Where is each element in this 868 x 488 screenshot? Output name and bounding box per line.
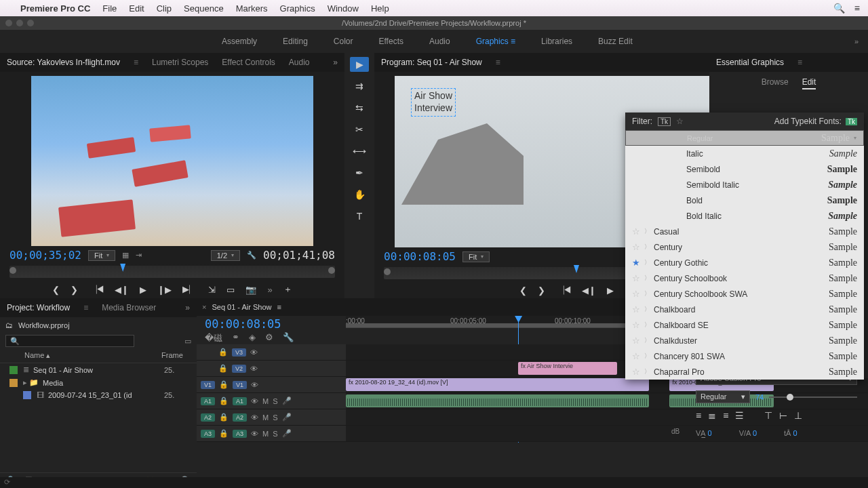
eg-tab-browse[interactable]: Browse (762, 77, 789, 89)
menu-window[interactable]: Window (328, 3, 359, 14)
track-header-V3[interactable]: 🔒V3👁 (197, 344, 346, 361)
vr-icon[interactable]: ⇥ (136, 251, 142, 260)
mark-in-icon[interactable]: ❮ (519, 285, 527, 296)
align-right-icon[interactable]: ≡ (723, 410, 728, 421)
hamburger-icon[interactable]: ≡ (797, 58, 802, 67)
font-family-option[interactable]: ☆〉CenturySample (625, 239, 864, 255)
workspace-tab-color[interactable]: Color (334, 37, 353, 46)
filter-icon[interactable]: ▭ (184, 337, 191, 346)
align-middle-icon[interactable]: ⊢ (779, 410, 787, 421)
source-zoom-select[interactable]: 1/2 (211, 250, 240, 261)
hamburger-icon[interactable]: ≡ (277, 303, 281, 311)
play-icon[interactable]: ▶ (140, 285, 146, 295)
wrench-icon[interactable]: 🔧 (247, 251, 256, 260)
track-header-V1[interactable]: V1🔒V1👁 (197, 377, 346, 393)
hamburger-icon[interactable]: ≡ (134, 58, 138, 67)
font-style-option[interactable]: BoldSample (625, 192, 864, 208)
snap-icon[interactable]: �磁 (205, 332, 222, 344)
baseline-icon[interactable]: tÂ 0 (784, 429, 797, 438)
menu-sequence[interactable]: Sequence (184, 3, 224, 14)
ripple-tool-icon[interactable]: ⇆ (350, 100, 369, 115)
typekit-filter-icon[interactable]: Tk (658, 117, 671, 126)
col-name[interactable]: Name ▴ (24, 351, 161, 360)
col-frame[interactable]: Frame (161, 351, 191, 360)
tab-media-browser[interactable]: Media Browser (102, 303, 156, 312)
track-header-A3[interactable]: A3🔒A3👁MS🎤 (197, 426, 346, 442)
workspace-tab-editing[interactable]: Editing (283, 37, 308, 46)
font-family-option[interactable]: ☆〉Chaparral ProSample (625, 364, 864, 380)
slip-tool-icon[interactable]: ⟷ (350, 144, 369, 159)
menu-edit[interactable]: Edit (129, 3, 144, 14)
go-in-icon[interactable]: ⎹◀ (556, 285, 571, 296)
workspace-tab-assembly[interactable]: Assembly (222, 37, 257, 46)
kerning-icon[interactable]: V/A 0 (739, 429, 757, 438)
selection-tool-icon[interactable]: ▶ (350, 57, 369, 72)
mark-in-icon[interactable]: ❮ (52, 285, 60, 295)
workspace-tab-effects[interactable]: Effects (379, 37, 403, 46)
timeline-title[interactable]: Seq 01 - Air Show (212, 303, 271, 311)
go-out-icon[interactable]: ▶⎸ (182, 284, 197, 295)
workspace-tab-buzz edit[interactable]: Buzz Edit (598, 37, 633, 46)
hand-tool-icon[interactable]: ✋ (350, 187, 369, 202)
align-left-icon[interactable]: ≡ (696, 410, 701, 421)
safe-margins-icon[interactable]: ▦ (122, 251, 129, 260)
add-button-icon[interactable]: ＋ (283, 283, 292, 296)
hamburger-icon[interactable]: ≡ (83, 303, 88, 312)
menu-file[interactable]: File (102, 3, 117, 14)
source-scrubber[interactable] (9, 266, 335, 278)
menu-help[interactable]: Help (371, 3, 389, 14)
program-fit-select[interactable]: Fit (462, 251, 490, 262)
step-back-icon[interactable]: ◀❙ (115, 285, 129, 295)
clip[interactable] (346, 394, 649, 407)
typekit-add-icon[interactable]: Tk (846, 118, 857, 125)
hamburger-icon[interactable]: ≡ (496, 58, 500, 67)
project-row[interactable]: ≣Seq 01 - Air Show25. (0, 363, 197, 376)
align-justify-icon[interactable]: ☰ (735, 410, 744, 421)
razor-tool-icon[interactable]: ✂ (350, 122, 369, 137)
font-style-option[interactable]: SemiboldSample (625, 161, 864, 177)
play-icon[interactable]: ▶ (607, 285, 614, 296)
export-frame-icon[interactable]: 📷 (245, 285, 256, 295)
menulist-icon[interactable]: ≡ (854, 3, 860, 14)
tab-essential-graphics[interactable]: Essential Graphics (716, 58, 784, 67)
overflow-icon[interactable]: » (267, 285, 272, 295)
align-center-icon[interactable]: ≣ (708, 410, 716, 421)
menu-clip[interactable]: Clip (157, 3, 172, 14)
track-header-A2[interactable]: A2🔒A2👁MS🎤 (197, 409, 346, 426)
font-family-option[interactable]: ☆〉Century SchoolbookSample (625, 270, 864, 286)
tab-lumetri[interactable]: Lumetri Scopes (152, 58, 208, 67)
track-header-V2[interactable]: 🔒V2👁 (197, 361, 346, 377)
align-top-icon[interactable]: ⊤ (764, 410, 772, 421)
font-family-option[interactable]: ☆〉ChalkboardSample (625, 302, 864, 317)
source-viewer[interactable] (31, 76, 313, 246)
timeline-timecode[interactable]: 00:00:08:05 (197, 316, 346, 332)
font-family-option[interactable]: ★〉Century GothicSample (625, 255, 864, 270)
tab-program[interactable]: Program: Seq 01 - Air Show (381, 58, 482, 67)
source-timecode-in[interactable]: 00;00;35;02 (9, 249, 81, 262)
font-family-option[interactable]: ☆〉Chancery 801 SWASample (625, 348, 864, 364)
clip[interactable]: fx Air Show Intervie (518, 362, 617, 375)
tab-audio[interactable]: Audio (289, 58, 310, 67)
spotlight-icon[interactable]: 🔍 (833, 3, 845, 14)
project-search-input[interactable] (5, 335, 134, 347)
source-fit-select[interactable]: Fit (88, 250, 115, 261)
font-size-value[interactable]: 74 (755, 393, 764, 401)
favorite-filter-icon[interactable]: ☆ (676, 117, 684, 126)
font-family-option[interactable]: ☆〉Chalkboard SESample (625, 317, 864, 333)
menu-markers[interactable]: Markers (236, 3, 268, 14)
track-header-A1[interactable]: A1🔒A1👁MS🎤 (197, 393, 346, 409)
track-select-tool-icon[interactable]: ⇉ (350, 79, 369, 94)
font-family-option[interactable]: ☆〉Century Schoolbook SWASample (625, 286, 864, 302)
menu-graphics[interactable]: Graphics (280, 3, 315, 14)
settings-icon[interactable]: ⚙ (265, 332, 273, 344)
overflow-icon[interactable]: » (185, 303, 190, 312)
title-text-overlay[interactable]: Air Show Interview (411, 88, 456, 117)
app-name[interactable]: Premiere Pro CC (20, 3, 90, 14)
workspace-tab-graphics[interactable]: Graphics ≡ (476, 37, 515, 46)
font-style-option[interactable]: RegularSample (625, 130, 864, 146)
font-style-option[interactable]: ItalicSample (625, 146, 864, 161)
font-family-option[interactable]: ☆〉CasualSample (625, 224, 864, 239)
program-timecode[interactable]: 00:00:08:05 (384, 250, 456, 263)
workspace-tab-libraries[interactable]: Libraries (541, 37, 572, 46)
workspace-tab-audio[interactable]: Audio (429, 37, 450, 46)
